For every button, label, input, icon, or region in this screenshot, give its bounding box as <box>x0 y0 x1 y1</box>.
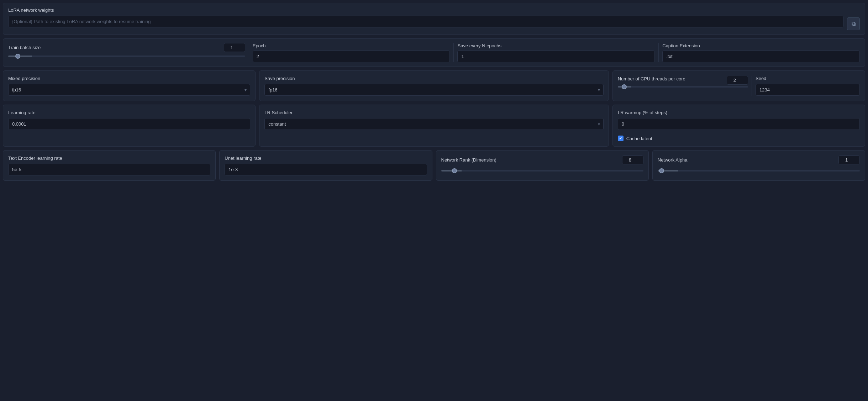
text-enc-lr-card: Text Encoder learning rate <box>3 150 216 181</box>
lr-warmup-group: LR warmup (% of steps) <box>618 110 860 130</box>
unet-lr-card: Unet learning rate <box>219 150 432 181</box>
divider-cpu-seed <box>752 76 752 96</box>
save-epochs-input[interactable] <box>457 51 655 62</box>
lr-scheduler-select[interactable]: constant cosine linear polynomial consta… <box>264 118 603 130</box>
text-enc-lr-input[interactable] <box>8 164 210 175</box>
cache-latent-checkbox[interactable] <box>618 136 624 141</box>
seed-label: Seed <box>756 76 766 81</box>
lr-warmup-cache-card: LR warmup (% of steps) Cache latent <box>612 105 865 147</box>
cpu-threads-label: Number of CPU threads per core <box>618 76 685 82</box>
unet-lr-input[interactable] <box>225 164 427 175</box>
text-enc-lr-label: Text Encoder learning rate <box>8 155 62 161</box>
network-alpha-header: Network Alpha <box>658 155 860 164</box>
seed-group: Seed <box>756 76 860 96</box>
lr-warmup-label: LR warmup (% of steps) <box>618 110 667 115</box>
learning-rate-input[interactable] <box>8 118 250 130</box>
cpu-threads-input[interactable] <box>727 76 748 85</box>
epoch-group: Epoch <box>253 43 450 62</box>
mixed-precision-select[interactable]: fp16 bf16 fp32 no <box>8 84 250 96</box>
epoch-label: Epoch <box>253 43 450 48</box>
lr-scheduler-wrapper: constant cosine linear polynomial consta… <box>264 118 603 130</box>
lora-label: LoRA network weights <box>8 7 843 13</box>
cpu-header: Number of CPU threads per core <box>618 76 748 85</box>
network-rank-slider[interactable] <box>441 170 643 172</box>
caption-ext-group: Caption Extension <box>662 43 860 62</box>
copy-button[interactable]: ⧉ <box>847 17 860 30</box>
train-batch-input[interactable] <box>224 43 245 52</box>
save-precision-select[interactable]: fp16 bf16 fp32 no <box>264 84 603 96</box>
lora-weights-input[interactable] <box>8 16 843 27</box>
epoch-input[interactable] <box>253 51 450 62</box>
network-rank-label: Network Rank (Dimension) <box>441 157 496 163</box>
lora-content: LoRA network weights <box>8 7 843 27</box>
lora-section: LoRA network weights ⧉ <box>3 3 865 35</box>
bottom-row: Text Encoder learning rate Unet learning… <box>3 150 865 181</box>
cache-latent-group: Cache latent <box>618 134 860 141</box>
train-batch-slider[interactable] <box>8 56 245 57</box>
train-batch-slider-container <box>8 56 245 57</box>
network-rank-input[interactable] <box>622 155 643 164</box>
caption-ext-label: Caption Extension <box>662 43 860 48</box>
seed-input[interactable] <box>756 84 860 96</box>
batch-epoch-row: Train batch size Epoch Save every N epoc… <box>3 38 865 67</box>
mixed-precision-card: Mixed precision fp16 bf16 fp32 no ▾ <box>3 70 256 101</box>
divider-3 <box>658 43 659 62</box>
lr-warmup-input[interactable] <box>618 118 860 130</box>
save-epochs-label: Save every N epochs <box>457 43 655 48</box>
precision-row: Mixed precision fp16 bf16 fp32 no ▾ Save… <box>3 70 865 101</box>
learning-rate-card: Learning rate <box>3 105 256 147</box>
network-rank-card: Network Rank (Dimension) <box>436 150 649 181</box>
save-epochs-group: Save every N epochs <box>457 43 655 62</box>
cpu-seed-card: Number of CPU threads per core Seed <box>612 70 865 101</box>
divider-2 <box>453 43 454 62</box>
save-precision-card: Save precision fp16 bf16 fp32 no ▾ <box>259 70 609 101</box>
lr-scheduler-card: LR Scheduler constant cosine linear poly… <box>259 105 609 147</box>
copy-icon: ⧉ <box>852 21 856 27</box>
train-batch-group: Train batch size <box>8 43 245 57</box>
page-container: LoRA network weights ⧉ Train batch size <box>0 0 868 401</box>
network-alpha-slider[interactable] <box>658 170 860 172</box>
train-batch-header: Train batch size <box>8 43 245 52</box>
mixed-precision-label: Mixed precision <box>8 76 40 81</box>
cpu-slider-container <box>618 86 748 88</box>
lr-row: Learning rate LR Scheduler constant cosi… <box>3 105 865 147</box>
divider-1 <box>249 43 249 62</box>
cpu-threads-group: Number of CPU threads per core <box>618 76 748 96</box>
save-precision-label: Save precision <box>264 76 295 81</box>
caption-ext-input[interactable] <box>662 51 860 62</box>
save-precision-wrapper: fp16 bf16 fp32 no ▾ <box>264 84 603 96</box>
unet-lr-label: Unet learning rate <box>225 155 261 161</box>
learning-rate-label: Learning rate <box>8 110 36 115</box>
network-alpha-label: Network Alpha <box>658 157 688 163</box>
network-rank-header: Network Rank (Dimension) <box>441 155 643 164</box>
cpu-threads-slider[interactable] <box>618 86 748 88</box>
network-alpha-input[interactable] <box>838 155 860 164</box>
network-alpha-card: Network Alpha <box>652 150 865 181</box>
mixed-precision-wrapper: fp16 bf16 fp32 no ▾ <box>8 84 250 96</box>
fields-row-1: Train batch size Epoch Save every N epoc… <box>8 43 860 62</box>
cache-latent-label: Cache latent <box>626 136 652 141</box>
lr-scheduler-label: LR Scheduler <box>264 110 293 115</box>
train-batch-label: Train batch size <box>8 45 41 50</box>
